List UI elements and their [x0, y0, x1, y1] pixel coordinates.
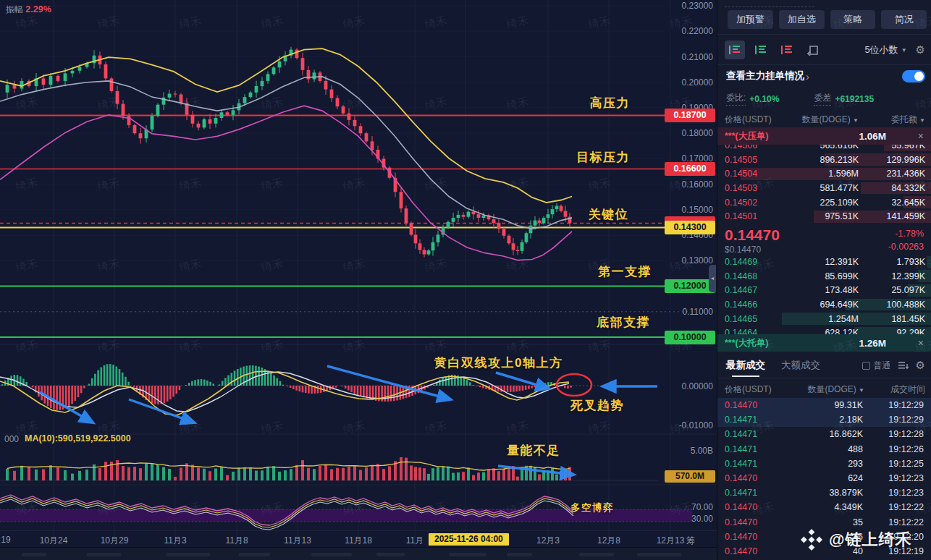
- price-axis-tick: 0.13000: [662, 255, 713, 266]
- annotation-text: 黄白双线攻上0轴上方: [434, 355, 563, 371]
- sort-icon[interactable]: [898, 361, 909, 370]
- brand-logo: @链上绮禾: [799, 527, 911, 552]
- panel-button-3[interactable]: 简况: [881, 10, 927, 29]
- annotation-text: 关键位: [589, 206, 629, 223]
- main-order-link[interactable]: 查看主力挂单情况: [726, 69, 804, 82]
- price-axis-tick: 0.22000: [662, 26, 713, 36]
- price-axis-tick: 0.21000: [662, 52, 713, 62]
- diff-label: 委差: [814, 92, 831, 106]
- time-axis-tick: 11月18: [345, 535, 372, 547]
- time-axis-tick: 12月8: [597, 535, 620, 547]
- time-axis-tick: 11月8: [225, 535, 248, 547]
- annotation-text: 底部支撑: [597, 314, 650, 331]
- book-view-sell-icon[interactable]: [777, 41, 797, 59]
- candlestick-chart-canvas[interactable]: [0, 0, 717, 560]
- close-icon[interactable]: ×: [918, 337, 924, 349]
- orderbook-panel: 加预警加自选策略简况 5位小数▼ ⚙ 查看主力挂单情况 › 委比:: [717, 0, 931, 560]
- chevron-right-icon: ›: [806, 70, 809, 82]
- osc-axis-30: 30.00: [662, 514, 713, 524]
- ask-row[interactable]: 0.14501975.51K141.459K: [717, 209, 931, 224]
- time-axis-tick: 12月13: [657, 535, 685, 547]
- chart-area[interactable]: 振幅 2.29% 0.230000.220000.210000.200000.1…: [0, 0, 717, 560]
- bid-row[interactable]: 0.14466694.649K100.488K: [717, 297, 931, 312]
- price-axis-tick: 0.15000: [662, 205, 713, 215]
- trade-row[interactable]: 0.1447129319:12:25: [717, 457, 931, 471]
- trade-row[interactable]: 0.1447116.862K19:12:28: [717, 427, 931, 441]
- book-view-both-icon[interactable]: [725, 41, 745, 59]
- diff-value: +6192135: [835, 94, 874, 104]
- normal-label: 普通: [874, 360, 891, 372]
- popout-icon[interactable]: [803, 41, 823, 59]
- price-axis-tick: 0.16000: [662, 179, 713, 190]
- time-axis-tick: 11月13: [284, 535, 311, 547]
- trade-row[interactable]: 0.1447062419:12:23: [717, 471, 931, 485]
- panel-button-2[interactable]: 策略: [830, 10, 876, 29]
- panel-button-0[interactable]: 加预警: [728, 10, 773, 29]
- panel-action-buttons: 加预警加自选策略简况: [728, 10, 927, 29]
- normal-checkbox[interactable]: [862, 362, 870, 370]
- time-axis-tick: 19: [1, 535, 10, 545]
- tab-large-trades[interactable]: 大额成交: [781, 359, 820, 372]
- trade-row[interactable]: 0.1447138.879K19:12:23: [717, 485, 931, 500]
- trade-row[interactable]: 0.1447148819:12:26: [717, 442, 931, 457]
- decimal-precision-select[interactable]: 5位小数▼: [864, 43, 906, 56]
- trade-row[interactable]: 0.1447099.31K19:12:29: [717, 398, 931, 412]
- time-axis-tick: 12月3: [536, 535, 560, 547]
- trade-row[interactable]: 0.144712.18K19:12:29: [717, 412, 931, 427]
- main-order-toggle[interactable]: [902, 70, 925, 82]
- chevron-down-icon: ▼: [901, 47, 907, 54]
- bid-rows: 0.1446912.391K1.793K0.1446885.699K12.399…: [717, 255, 931, 340]
- brand-handle: @链上绮禾: [829, 529, 911, 551]
- volume-axis-label: 5.00B: [662, 446, 713, 456]
- annotation-text: 高压力: [590, 95, 631, 111]
- panel-button-1[interactable]: 加自选: [779, 10, 825, 29]
- macd-axis-zero: 0.00000: [662, 381, 713, 391]
- main-order-row: 查看主力挂单情况 ›: [726, 69, 925, 82]
- bid-row[interactable]: 0.1446885.699K12.399K: [717, 269, 931, 284]
- time-axis-tick: 10月24: [40, 535, 68, 547]
- price-axis-tick: 0.20000: [662, 77, 713, 88]
- change-percent: -1.78%: [895, 229, 924, 239]
- ask-row[interactable]: 0.14502225.109K32.645K: [717, 195, 931, 210]
- trade-row[interactable]: 0.144704.349K19:12:22: [717, 500, 931, 514]
- big-buy-order-banner[interactable]: ***(大托单) 1.26M ×: [717, 334, 931, 352]
- book-settings-gear-icon[interactable]: ⚙: [916, 43, 925, 56]
- book-view-toolbar: 5位小数▼ ⚙: [725, 39, 925, 61]
- annotation-text: 第一支撑: [598, 263, 652, 280]
- bid-row[interactable]: 0.144651.254M181.45K: [717, 312, 931, 326]
- annotation-text: 多空博弈: [570, 501, 614, 514]
- crosshair-date-tag: 2025-11-26 04:00: [429, 533, 509, 546]
- change-absolute: -0.00263: [888, 242, 924, 252]
- close-icon[interactable]: ×: [918, 130, 924, 142]
- time-axis-tick: 11月: [406, 535, 424, 547]
- ratio-label: 委比:: [726, 92, 746, 106]
- macd-axis-neg: -0.01000: [662, 420, 713, 430]
- price-tag: 0.14300: [665, 221, 715, 234]
- ask-row[interactable]: 0.145041.596M231.436K: [717, 166, 931, 181]
- volume-current-tag: 570.0M: [665, 470, 715, 483]
- price-axis-tick: 0.18000: [662, 128, 713, 138]
- big-sell-order-banner[interactable]: ***(大压单) 1.06M ×: [717, 127, 931, 145]
- price-axis-tick: 0.23000: [662, 1, 713, 11]
- time-axis-tick: 10月29: [101, 535, 129, 547]
- bid-row[interactable]: 0.1446912.391K1.793K: [717, 255, 931, 269]
- annotation-text: 目标压力: [576, 149, 630, 166]
- orderbook-headers: 价格(USDT) 数量(DOGE) ▼ 委托额 ▼: [717, 114, 931, 126]
- ask-row[interactable]: 0.14505896.213K129.996K: [717, 153, 931, 167]
- trades-tabs: 最新成交 大额成交 普通 ⚙: [726, 356, 925, 375]
- amplitude-label: 振幅 2.29%: [6, 4, 51, 16]
- top-cutoff-tab: [725, 1, 814, 7]
- price-tag: 0.18700: [665, 109, 715, 122]
- volume-ma-prefix: 000: [4, 434, 19, 444]
- price-axis-tick: 0.11000: [662, 307, 713, 317]
- price-tag: 0.10000: [665, 331, 715, 344]
- panel-collapse-handle[interactable]: ◂: [709, 265, 716, 292]
- trades-settings-gear-icon[interactable]: ⚙: [916, 359, 925, 372]
- tab-latest-trades[interactable]: 最新成交: [726, 359, 765, 372]
- bid-row[interactable]: 0.14467173.48K25.097K: [717, 283, 931, 297]
- bottom-toolbar-cutoff: [0, 547, 717, 560]
- amplitude-value: 2.29%: [25, 4, 51, 14]
- book-view-buy-icon[interactable]: [751, 41, 771, 59]
- ratio-row: 委比: +0.10% 委差 +6192135: [726, 92, 924, 106]
- ask-row[interactable]: 0.14503581.477K84.332K: [717, 181, 931, 195]
